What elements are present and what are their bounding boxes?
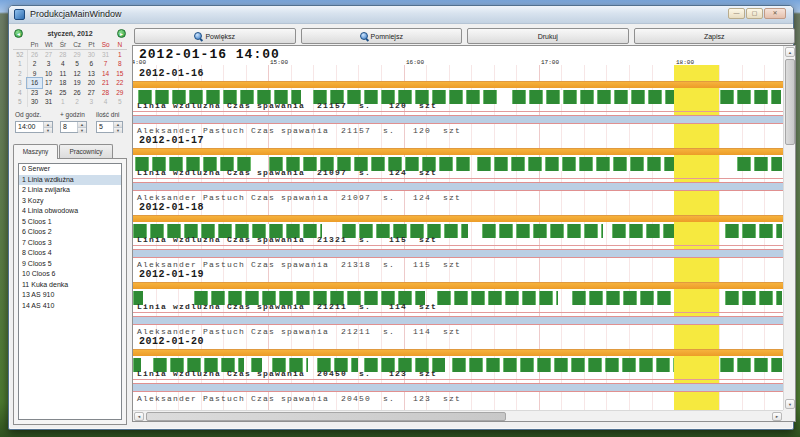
- calendar-day[interactable]: 16: [27, 78, 41, 88]
- calendar-day[interactable]: 11: [56, 69, 70, 79]
- machine-list-item[interactable]: 2 Linia zwijarka: [19, 185, 121, 196]
- calendar-day[interactable]: 5: [113, 97, 127, 107]
- scroll-left-icon[interactable]: ◄: [134, 412, 144, 421]
- gantt-bar-segment: [725, 291, 782, 305]
- machine-list-item[interactable]: 10 Cloos 6: [19, 269, 121, 280]
- worker-span-bar: [133, 383, 783, 392]
- plus-hours-stepper[interactable]: ▲▼: [77, 122, 86, 132]
- machine-list-item[interactable]: 4 Linia obwodowa: [19, 206, 121, 217]
- tab-maszyny[interactable]: Maszyny: [13, 144, 58, 159]
- step-down-icon[interactable]: ▼: [114, 127, 122, 133]
- zoom-out-button[interactable]: Pomniejsz: [301, 28, 463, 44]
- calendar-day[interactable]: 1: [113, 50, 127, 60]
- machine-list-item[interactable]: 14 AS 410: [19, 301, 121, 312]
- machine-list-item[interactable]: 3 Kozy: [19, 196, 121, 207]
- machine-list-item[interactable]: 1 Linia wzdłużna: [19, 175, 121, 186]
- machines-tab-panel: 0 Serwer1 Linia wzdłużna2 Linia zwijarka…: [13, 158, 127, 425]
- calendar-day[interactable]: 10: [42, 69, 56, 79]
- calendar-day[interactable]: 29: [113, 88, 127, 98]
- calendar-day[interactable]: 22: [113, 78, 127, 88]
- machine-list-item[interactable]: 11 Kuka denka: [19, 280, 121, 291]
- gantt-bar-segment: [512, 90, 674, 104]
- scroll-down-icon[interactable]: ▼: [785, 399, 795, 409]
- calendar-day[interactable]: 7: [99, 59, 113, 69]
- calendar-day[interactable]: 3: [84, 97, 98, 107]
- calendar-day[interactable]: 8: [113, 59, 127, 69]
- calendar-day[interactable]: 26: [70, 88, 84, 98]
- calendar-day[interactable]: 31: [42, 97, 56, 107]
- day-span-bar: [133, 81, 783, 88]
- calendar: ◄ styczeń, 2012 ► PnWtŚrCzPtSoN522627282…: [13, 28, 127, 110]
- minimize-button[interactable]: —: [728, 8, 745, 19]
- calendar-day[interactable]: 5: [70, 59, 84, 69]
- calendar-day[interactable]: 29: [70, 50, 84, 60]
- machine-list-item[interactable]: 8 Cloos 4: [19, 248, 121, 259]
- calendar-prev-month-icon[interactable]: ◄: [14, 29, 23, 38]
- calendar-day-header: Pn: [27, 40, 41, 50]
- from-hour-input[interactable]: 14:00: [16, 122, 43, 132]
- time-axis-label: 18:00: [676, 59, 694, 66]
- days-count-input[interactable]: 5: [97, 122, 113, 132]
- calendar-day[interactable]: 13: [84, 69, 98, 79]
- calendar-day[interactable]: 27: [84, 88, 98, 98]
- horizontal-scroll-thumb[interactable]: [146, 412, 506, 421]
- day-span-bar: [133, 282, 783, 289]
- machine-list-item[interactable]: 0 Serwer: [19, 164, 121, 175]
- horizontal-scrollbar[interactable]: ◄ ►: [133, 410, 783, 421]
- calendar-day[interactable]: 30: [84, 50, 98, 60]
- from-hour-label: Od godz.: [15, 111, 53, 120]
- tab-pracownicy[interactable]: Pracownicy: [59, 144, 113, 158]
- from-hour-stepper[interactable]: ▲▼: [43, 122, 52, 132]
- machine-task-label: Linia wzdluzna Czas spawania 20450 s. 12…: [137, 369, 437, 378]
- calendar-day[interactable]: 17: [42, 78, 56, 88]
- titlebar[interactable]: ProdukcjaMainWindow — ▢ ✕: [9, 6, 793, 24]
- machine-list-item[interactable]: 6 Cloos 2: [19, 227, 121, 238]
- save-button[interactable]: Zapisz: [634, 28, 796, 44]
- scroll-right-icon[interactable]: ►: [772, 412, 782, 421]
- calendar-day[interactable]: 19: [70, 78, 84, 88]
- machine-list-item[interactable]: 7 Cloos 3: [19, 238, 121, 249]
- calendar-day[interactable]: 26: [27, 50, 41, 60]
- calendar-day[interactable]: 24: [42, 88, 56, 98]
- calendar-day[interactable]: 25: [56, 88, 70, 98]
- scroll-up-icon[interactable]: ▲: [785, 47, 795, 57]
- calendar-day[interactable]: 4: [99, 97, 113, 107]
- calendar-day[interactable]: 14: [99, 69, 113, 79]
- zoom-in-button[interactable]: Powiększ: [134, 28, 296, 44]
- calendar-day[interactable]: 30: [27, 97, 41, 107]
- calendar-day[interactable]: 2: [70, 97, 84, 107]
- days-count-stepper[interactable]: ▲▼: [113, 122, 122, 132]
- machine-list-item[interactable]: 5 Cloos 1: [19, 217, 121, 228]
- calendar-week-row: 522627282930311: [13, 50, 127, 60]
- calendar-day[interactable]: 23: [27, 88, 41, 98]
- machine-list-item[interactable]: 9 Cloos 5: [19, 259, 121, 270]
- calendar-day[interactable]: 4: [56, 59, 70, 69]
- maximize-button[interactable]: ▢: [746, 8, 763, 19]
- calendar-day[interactable]: 1: [56, 97, 70, 107]
- step-down-icon[interactable]: ▼: [78, 127, 86, 133]
- calendar-day[interactable]: 21: [99, 78, 113, 88]
- vertical-scroll-thumb[interactable]: [785, 59, 795, 145]
- calendar-day[interactable]: 31: [99, 50, 113, 60]
- calendar-day[interactable]: 6: [84, 59, 98, 69]
- close-button[interactable]: ✕: [764, 8, 786, 19]
- calendar-day[interactable]: 27: [42, 50, 56, 60]
- calendar-day[interactable]: 20: [84, 78, 98, 88]
- print-button[interactable]: Drukuj: [467, 28, 629, 44]
- calendar-day[interactable]: 2: [27, 59, 41, 69]
- calendar-day[interactable]: 3: [42, 59, 56, 69]
- calendar-day[interactable]: 18: [56, 78, 70, 88]
- step-down-icon[interactable]: ▼: [44, 127, 52, 133]
- calendar-day[interactable]: 12: [70, 69, 84, 79]
- calendar-title: styczeń, 2012: [47, 30, 92, 37]
- calendar-day[interactable]: 28: [56, 50, 70, 60]
- from-hour-control: Od godz. 14:00 ▲▼: [15, 111, 53, 133]
- plus-hours-input[interactable]: 8: [61, 122, 77, 132]
- machine-list-item[interactable]: 13 AS 910: [19, 290, 121, 301]
- calendar-day[interactable]: 28: [99, 88, 113, 98]
- worker-span-bar: [133, 249, 783, 258]
- vertical-scrollbar[interactable]: ▲ ▼: [783, 46, 795, 410]
- calendar-day[interactable]: 15: [113, 69, 127, 79]
- calendar-next-month-icon[interactable]: ►: [117, 29, 126, 38]
- calendar-day[interactable]: 9: [27, 69, 41, 79]
